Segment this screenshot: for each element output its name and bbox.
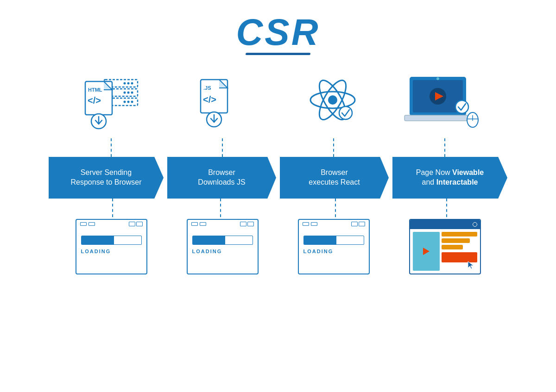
svg-point-33 bbox=[455, 100, 468, 113]
react-icon-outer bbox=[297, 69, 371, 138]
loading-bar-1 bbox=[81, 236, 142, 245]
svg-point-10 bbox=[127, 101, 130, 103]
svg-text:</>: </> bbox=[88, 95, 101, 106]
svg-point-8 bbox=[124, 92, 126, 94]
content-bar-2 bbox=[442, 238, 470, 243]
bottom-icons-row: LOADING LOADING bbox=[46, 219, 510, 274]
bottom-step-2: LOADING bbox=[167, 219, 278, 274]
video-area bbox=[413, 232, 440, 271]
dashed-connector-7 bbox=[335, 199, 336, 217]
dashed-connector-6 bbox=[220, 199, 221, 217]
loading-bar-3 bbox=[303, 236, 364, 245]
window-controls-3 bbox=[303, 222, 317, 226]
arrow-1-text: Server Sending Response to Browser bbox=[71, 168, 142, 187]
laptop-icon bbox=[401, 69, 489, 138]
loading-bar-2 bbox=[192, 236, 253, 245]
interactable-bold: Interactable bbox=[436, 178, 478, 186]
step-2-top: .JS </> bbox=[167, 69, 278, 138]
arrow-box-3: Browser executes React bbox=[280, 157, 389, 199]
svg-text:</>: </> bbox=[203, 94, 216, 105]
bottom-step-1: LOADING bbox=[56, 219, 167, 274]
content-bar-3 bbox=[442, 245, 463, 249]
svg-marker-37 bbox=[468, 261, 474, 269]
viewable-bold: Viewable bbox=[452, 168, 484, 176]
window-controls-2 bbox=[191, 222, 206, 226]
top-connectors bbox=[46, 138, 510, 157]
diagram: HTML </> .JS bbox=[0, 69, 556, 274]
website-preview-icon bbox=[409, 219, 481, 274]
arrow-4-text: Page Now Viewable and Interactable bbox=[416, 168, 484, 187]
svg-point-32 bbox=[436, 77, 439, 80]
title-underline bbox=[246, 53, 310, 55]
loading-text-1: LOADING bbox=[81, 249, 111, 254]
svg-point-4 bbox=[127, 82, 130, 85]
svg-point-3 bbox=[131, 82, 133, 85]
svg-point-7 bbox=[127, 92, 130, 94]
loading-text-2: LOADING bbox=[192, 249, 222, 254]
arrow-box-2: Browser Downloads JS bbox=[167, 157, 276, 199]
window-controls-1 bbox=[80, 222, 95, 226]
loading-text-3: LOADING bbox=[303, 249, 334, 254]
dashed-connector-4 bbox=[444, 138, 445, 157]
arrow-2-text: Browser Downloads JS bbox=[198, 168, 245, 187]
svg-point-5 bbox=[124, 82, 126, 85]
dashed-connector-8 bbox=[446, 199, 447, 217]
content-bar-1 bbox=[442, 232, 477, 236]
top-icons-row: HTML </> .JS bbox=[46, 69, 510, 138]
bottom-step-4 bbox=[389, 219, 500, 274]
dashed-connector-5 bbox=[112, 199, 113, 217]
laptop-icon-outer bbox=[398, 69, 491, 138]
bottom-step-3: LOADING bbox=[278, 219, 389, 274]
arrow-3-text: Browser executes React bbox=[309, 168, 360, 187]
play-button-icon bbox=[423, 248, 430, 255]
dashed-connector-3 bbox=[333, 138, 334, 157]
website-topbar bbox=[410, 220, 480, 229]
step-4-top bbox=[389, 69, 500, 138]
step-3-top bbox=[278, 69, 389, 138]
html-icon-wrapper: HTML </> bbox=[74, 69, 148, 138]
loading-screen-1: LOADING bbox=[76, 219, 147, 274]
js-icon-wrapper: .JS </> bbox=[185, 69, 259, 138]
js-file-icon: .JS </> bbox=[192, 71, 253, 136]
svg-point-26 bbox=[339, 106, 352, 119]
svg-text:HTML: HTML bbox=[88, 87, 102, 93]
arrows-row: Server Sending Response to Browser Brows… bbox=[37, 157, 519, 199]
html-file-icon: HTML </> bbox=[79, 71, 144, 136]
search-icon bbox=[473, 222, 477, 227]
loading-screen-2: LOADING bbox=[187, 219, 259, 274]
arrow-box-4: Page Now Viewable and Interactable bbox=[392, 157, 507, 199]
dashed-connector-2 bbox=[222, 138, 223, 157]
step-1-top: HTML </> bbox=[56, 69, 167, 138]
arrow-box-1: Server Sending Response to Browser bbox=[49, 157, 164, 199]
title-section: CSR bbox=[236, 14, 320, 55]
bottom-connectors bbox=[46, 199, 510, 217]
svg-rect-31 bbox=[404, 115, 471, 121]
svg-point-9 bbox=[131, 101, 133, 103]
svg-point-6 bbox=[131, 92, 133, 94]
svg-point-11 bbox=[124, 101, 126, 103]
react-atom-icon bbox=[301, 71, 366, 136]
dashed-connector-1 bbox=[111, 138, 112, 157]
loading-screen-3: LOADING bbox=[298, 219, 370, 274]
cursor-icon bbox=[467, 261, 474, 270]
svg-point-25 bbox=[328, 95, 337, 105]
page-title: CSR bbox=[236, 14, 320, 51]
svg-text:.JS: .JS bbox=[203, 85, 211, 91]
